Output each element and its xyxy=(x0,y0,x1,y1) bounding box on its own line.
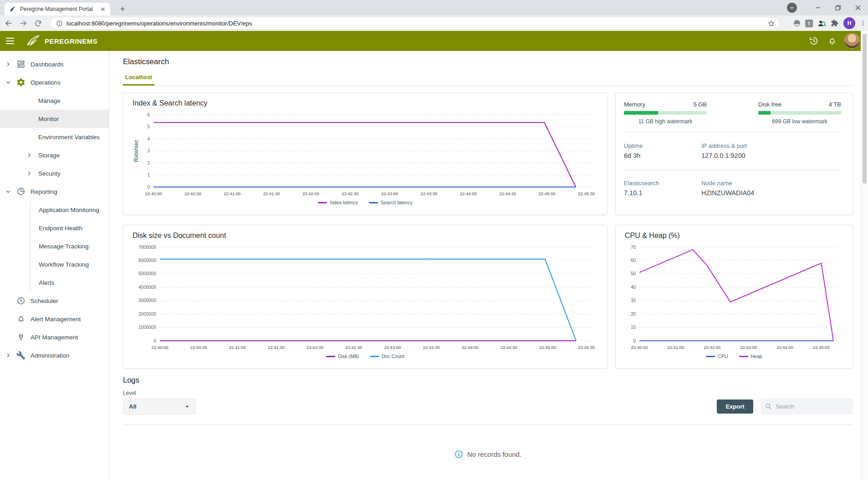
memory-label: Memory xyxy=(624,101,645,108)
bookmark-star-icon[interactable] xyxy=(767,20,775,27)
chevron-right-icon[interactable] xyxy=(5,353,16,358)
sidebar-item-reporting[interactable]: Reporting xyxy=(0,182,109,201)
legend-swatch xyxy=(369,202,378,203)
sidebar-item-label: Monitor xyxy=(38,116,59,122)
browser-tab[interactable]: Peregrine Management Portal ✕ xyxy=(5,3,110,15)
memory-watermark: 11 GB high watermark xyxy=(624,118,707,125)
sidebar-item-label: Scheduler xyxy=(31,298,58,304)
level-dropdown[interactable]: All xyxy=(123,399,196,414)
es-version-stat: Elasticsearch 7.10.1 xyxy=(624,180,701,197)
browser-profile-avatar[interactable]: H xyxy=(843,17,855,29)
chevron-down-icon[interactable] xyxy=(5,189,16,194)
legend-item[interactable]: Disk (MB) xyxy=(326,354,359,359)
browser-tab-strip: Peregrine Management Portal ✕ + xyxy=(0,0,868,15)
scrollbar-thumb[interactable] xyxy=(863,34,867,184)
legend-item[interactable]: CPU xyxy=(706,354,728,359)
export-button[interactable]: Export xyxy=(717,399,753,414)
svg-text:22:43:30: 22:43:30 xyxy=(423,345,440,350)
user-avatar[interactable] xyxy=(844,33,860,49)
chevron-right-icon[interactable] xyxy=(5,61,16,67)
memory-meter: Memory 5 GB 11 GB high watermark xyxy=(624,101,707,125)
extension-circle-icon[interactable] xyxy=(793,20,801,27)
legend-item[interactable]: Heap xyxy=(739,354,762,359)
extensions-puzzle-icon[interactable] xyxy=(831,19,839,27)
sidebar-item-storage[interactable]: Storage xyxy=(0,146,109,164)
tab-close-icon[interactable]: ✕ xyxy=(99,5,107,13)
svg-text:5000000: 5000000 xyxy=(138,271,156,276)
sidebar-item-alerts[interactable]: Alerts xyxy=(31,273,109,292)
browser-update-icon[interactable] xyxy=(787,3,797,13)
sidebar-item-label: API Management xyxy=(31,334,78,341)
sidebar-item-environment-variables[interactable]: Environment Variables xyxy=(0,128,109,146)
window-close-button[interactable] xyxy=(848,0,868,15)
tab-localhost[interactable]: Localhost xyxy=(123,71,154,86)
svg-text:22:41:00: 22:41:00 xyxy=(224,191,240,196)
reload-button[interactable] xyxy=(32,17,44,29)
sidebar-item-operations[interactable]: Operations xyxy=(0,73,109,91)
svg-text:22:44:30: 22:44:30 xyxy=(500,345,517,350)
sidebar-item-workflow-tracking[interactable]: Workflow Tracking xyxy=(31,255,109,273)
chevron-right-icon[interactable] xyxy=(26,152,35,158)
brand: PEREGRINEMS xyxy=(26,34,97,48)
sidebar-group-operations: ManageMonitorEnvironment VariablesStorag… xyxy=(0,91,109,182)
sidebar-item-monitor[interactable]: Monitor xyxy=(0,110,109,128)
sidebar-item-label: Alert Management xyxy=(31,316,81,323)
svg-text:4000000: 4000000 xyxy=(138,285,156,290)
sidebar-item-api-management[interactable]: API Management xyxy=(0,328,109,346)
svg-text:22:41:00: 22:41:00 xyxy=(229,345,246,350)
new-tab-button[interactable]: + xyxy=(117,3,128,15)
legend-item[interactable]: Search latency xyxy=(369,200,412,205)
forward-button[interactable] xyxy=(17,17,29,29)
svg-text:22:45:00: 22:45:00 xyxy=(813,345,830,350)
legend-item[interactable]: Doc Count xyxy=(370,354,404,359)
svg-text:22:44:00: 22:44:00 xyxy=(462,345,479,350)
sidebar-item-security[interactable]: Security xyxy=(0,164,109,182)
disk-watermark: 699 GB low watermark xyxy=(758,118,841,125)
sidebar-item-manage[interactable]: Manage xyxy=(0,91,109,110)
sidebar-item-application-monitoring[interactable]: Application Monitoring xyxy=(31,201,109,219)
legend-swatch xyxy=(706,356,715,357)
sidebar-item-label: Manage xyxy=(38,97,61,104)
search-input[interactable] xyxy=(776,403,844,410)
disk-doc-chart-title: Disk size vs Document count xyxy=(133,232,598,240)
sidebar-item-message-tracking[interactable]: Message Tracking xyxy=(31,237,109,255)
brand-name: PEREGRINEMS xyxy=(45,37,97,45)
page-scrollbar[interactable] xyxy=(861,31,868,480)
chevron-down-icon[interactable] xyxy=(5,80,16,85)
sidebar-item-label: Storage xyxy=(38,152,60,159)
logs-heading: Logs xyxy=(123,376,853,384)
svg-text:22:41:30: 22:41:30 xyxy=(268,345,285,350)
sidebar-item-endpoint-health[interactable]: Endpoint Health xyxy=(31,219,109,237)
window-minimize-button[interactable] xyxy=(808,0,828,15)
log-search-box[interactable] xyxy=(761,398,853,414)
url-text[interactable]: localhost:8080/peregrinems/operations/en… xyxy=(66,20,767,27)
svg-text:3: 3 xyxy=(147,148,150,153)
menu-hamburger-icon[interactable] xyxy=(0,31,20,51)
sidebar: DashboardsOperationsManageMonitorEnviron… xyxy=(0,51,109,480)
sidebar-item-administration[interactable]: Administration xyxy=(0,346,109,364)
legend-item[interactable]: Index latency xyxy=(318,200,358,205)
browser-menu-icon[interactable] xyxy=(860,20,866,26)
svg-text:22:43:00: 22:43:00 xyxy=(384,345,401,350)
sidebar-item-label: Environment Variables xyxy=(38,134,100,141)
sidebar-item-alert-management[interactable]: Alert Management xyxy=(0,310,109,328)
app-header: PEREGRINEMS xyxy=(0,31,868,51)
page-info-icon[interactable] xyxy=(56,20,63,27)
sidebar-item-scheduler[interactable]: Scheduler xyxy=(0,292,109,310)
peregrine-logo-icon xyxy=(26,34,41,48)
url-bar[interactable]: localhost:8080/peregrinems/operations/en… xyxy=(50,17,780,30)
history-icon[interactable] xyxy=(808,35,820,47)
es-version-label: Elasticsearch xyxy=(624,180,701,187)
notifications-bell-icon[interactable] xyxy=(826,35,838,47)
back-button[interactable] xyxy=(3,17,15,29)
legend-swatch xyxy=(326,356,335,357)
sidebar-item-dashboards[interactable]: Dashboards xyxy=(0,55,109,73)
window-restore-button[interactable] xyxy=(828,0,848,15)
disk-progress-bar xyxy=(758,111,841,115)
svg-text:Rate/sec: Rate/sec xyxy=(133,139,139,162)
svg-text:2: 2 xyxy=(147,161,150,166)
extension-t-icon[interactable]: t xyxy=(805,20,813,27)
ip-stat: IP address & port 127.0.0.1:9200 xyxy=(701,142,840,159)
extension-person-search-icon[interactable] xyxy=(817,19,826,28)
chevron-right-icon[interactable] xyxy=(26,171,35,176)
